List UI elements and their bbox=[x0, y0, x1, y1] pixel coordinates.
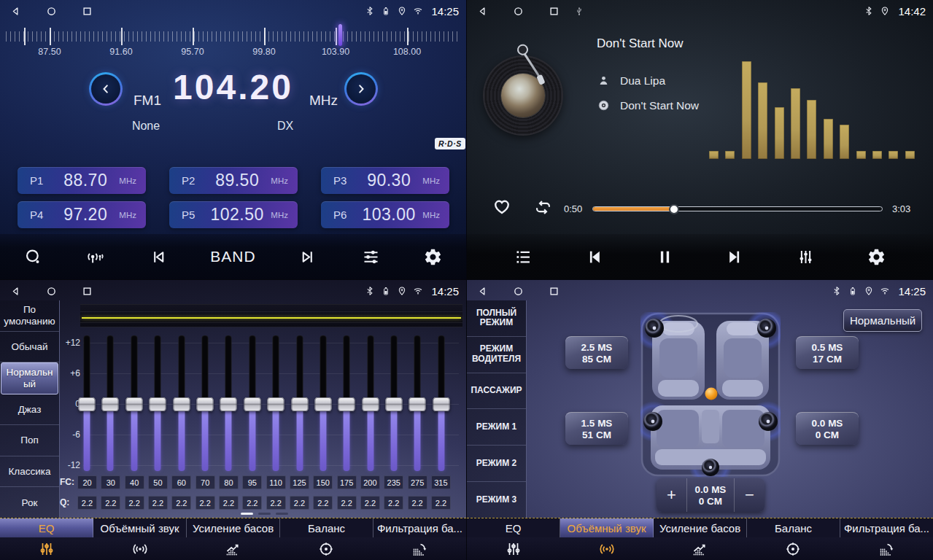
listening-mode-item[interactable]: ПОЛНЫЙ РЕЖИМ bbox=[467, 300, 526, 337]
delay-increase-button[interactable]: + bbox=[657, 478, 687, 512]
home-icon[interactable] bbox=[513, 6, 524, 17]
q-value-box[interactable]: 2.2 bbox=[148, 496, 168, 510]
delay-front-left-button[interactable]: 2.5 MS 85 CM bbox=[565, 336, 628, 369]
delay-front-right-button[interactable]: 0.5 MS 17 CM bbox=[796, 336, 859, 369]
q-value-box[interactable]: 2.2 bbox=[195, 496, 215, 510]
q-value-box[interactable]: 2.2 bbox=[242, 496, 262, 510]
slider-knob[interactable] bbox=[125, 397, 142, 411]
slider-knob[interactable] bbox=[409, 397, 426, 411]
radio-preset-p6-button[interactable]: P6103.00MHz bbox=[321, 201, 449, 228]
slider-knob[interactable] bbox=[244, 397, 260, 411]
filter-icon[interactable] bbox=[840, 537, 933, 560]
eq-band-slider[interactable] bbox=[384, 335, 403, 471]
broadcast-icon[interactable] bbox=[85, 247, 105, 267]
scan-search-icon[interactable] bbox=[23, 247, 43, 267]
slider-knob[interactable] bbox=[291, 397, 308, 411]
surround-icon[interactable] bbox=[560, 537, 654, 560]
playlist-icon[interactable] bbox=[514, 247, 533, 267]
bass-boost-icon[interactable] bbox=[187, 537, 280, 560]
slider-knob[interactable] bbox=[362, 397, 379, 411]
eq-band-slider[interactable] bbox=[266, 335, 285, 471]
audio-settings-icon[interactable] bbox=[361, 247, 381, 267]
back-icon[interactable] bbox=[477, 6, 488, 17]
tab-bass-boost[interactable]: Усиление басов bbox=[187, 518, 280, 537]
home-icon[interactable] bbox=[513, 286, 524, 297]
fc-value-box[interactable]: 175 bbox=[337, 475, 357, 489]
listening-mode-item[interactable]: РЕЖИМ 2 bbox=[467, 446, 526, 482]
eq-band-slider[interactable] bbox=[219, 335, 238, 471]
recents-icon[interactable] bbox=[549, 286, 560, 297]
balance-icon[interactable] bbox=[746, 537, 840, 560]
repeat-icon[interactable] bbox=[533, 198, 553, 217]
progress-bar[interactable] bbox=[592, 206, 883, 211]
tab-balance[interactable]: Баланс bbox=[280, 518, 373, 537]
eq-band-slider[interactable] bbox=[361, 335, 380, 471]
progress-knob[interactable] bbox=[669, 204, 679, 214]
eq-band-slider[interactable] bbox=[101, 335, 120, 471]
delay-decrease-button[interactable]: − bbox=[734, 478, 764, 512]
fc-value-box[interactable]: 60 bbox=[171, 475, 191, 489]
band-button[interactable]: BAND bbox=[210, 248, 255, 265]
slider-knob[interactable] bbox=[79, 397, 96, 411]
recents-icon[interactable] bbox=[82, 286, 93, 297]
slider-knob[interactable] bbox=[196, 397, 213, 411]
radio-preset-p4-button[interactable]: P497.20MHz bbox=[18, 201, 146, 228]
q-value-box[interactable]: 2.2 bbox=[219, 496, 239, 510]
eq-band-slider[interactable] bbox=[290, 335, 309, 471]
slider-knob[interactable] bbox=[150, 397, 166, 411]
q-value-box[interactable]: 2.2 bbox=[290, 496, 309, 510]
eq-preset-item[interactable]: Рок bbox=[0, 487, 59, 518]
next-station-icon[interactable] bbox=[298, 247, 318, 267]
back-icon[interactable] bbox=[10, 6, 21, 17]
slider-knob[interactable] bbox=[268, 397, 284, 411]
eq-band-slider[interactable] bbox=[432, 335, 451, 471]
eq-sliders-icon[interactable] bbox=[467, 537, 560, 560]
q-value-box[interactable]: 2.2 bbox=[337, 496, 357, 510]
fc-value-box[interactable]: 200 bbox=[360, 475, 380, 489]
q-value-box[interactable]: 2.2 bbox=[77, 496, 97, 510]
fc-value-box[interactable]: 30 bbox=[101, 475, 120, 489]
delay-rear-right-button[interactable]: 0.0 MS 0 CM bbox=[796, 412, 859, 445]
fc-value-box[interactable]: 275 bbox=[408, 475, 427, 489]
eq-band-slider[interactable] bbox=[125, 335, 144, 471]
radio-preset-p2-button[interactable]: P289.50MHz bbox=[169, 167, 298, 194]
home-icon[interactable] bbox=[46, 6, 57, 17]
home-icon[interactable] bbox=[46, 286, 57, 297]
fc-value-box[interactable]: 80 bbox=[219, 475, 239, 489]
slider-knob[interactable] bbox=[102, 397, 119, 411]
q-value-box[interactable]: 2.2 bbox=[408, 496, 427, 510]
q-value-box[interactable]: 2.2 bbox=[313, 496, 333, 510]
slider-knob[interactable] bbox=[433, 397, 449, 411]
slider-knob[interactable] bbox=[314, 397, 331, 411]
eq-band-slider[interactable] bbox=[243, 335, 262, 471]
eq-band-slider[interactable] bbox=[408, 335, 427, 471]
listening-mode-item[interactable]: РЕЖИМ ВОДИТЕЛЯ bbox=[467, 337, 526, 373]
previous-track-icon[interactable] bbox=[584, 247, 604, 267]
eq-band-slider[interactable] bbox=[77, 335, 96, 471]
bass-boost-icon[interactable] bbox=[654, 537, 747, 560]
tab-filter[interactable]: Фильтрация ба... bbox=[373, 518, 466, 537]
pause-icon[interactable] bbox=[655, 247, 675, 267]
eq-preset-item[interactable]: Нормальный bbox=[1, 362, 58, 394]
fc-value-box[interactable]: 125 bbox=[290, 475, 309, 489]
eq-band-slider[interactable] bbox=[314, 335, 333, 471]
q-value-box[interactable]: 2.2 bbox=[266, 496, 286, 510]
fc-value-box[interactable]: 315 bbox=[431, 475, 451, 489]
equalizer-icon[interactable] bbox=[796, 247, 816, 267]
tab-surround[interactable]: Объёмный звук bbox=[93, 518, 187, 537]
eq-preset-item[interactable]: Поп bbox=[0, 425, 59, 456]
recents-icon[interactable] bbox=[549, 6, 560, 17]
delay-rear-left-button[interactable]: 1.5 MS 51 CM bbox=[565, 412, 628, 445]
previous-station-icon[interactable] bbox=[148, 247, 168, 267]
filter-icon[interactable] bbox=[373, 537, 466, 560]
slider-knob[interactable] bbox=[220, 397, 237, 411]
q-value-box[interactable]: 2.2 bbox=[360, 496, 380, 510]
q-value-box[interactable]: 2.2 bbox=[431, 496, 451, 510]
favorite-icon[interactable] bbox=[491, 195, 513, 217]
eq-band-slider[interactable] bbox=[172, 335, 191, 471]
next-track-icon[interactable] bbox=[725, 247, 745, 267]
fc-value-box[interactable]: 110 bbox=[266, 475, 286, 489]
fc-value-box[interactable]: 95 bbox=[242, 475, 262, 489]
listening-mode-item[interactable]: РЕЖИМ 3 bbox=[467, 482, 526, 518]
back-icon[interactable] bbox=[10, 286, 21, 297]
